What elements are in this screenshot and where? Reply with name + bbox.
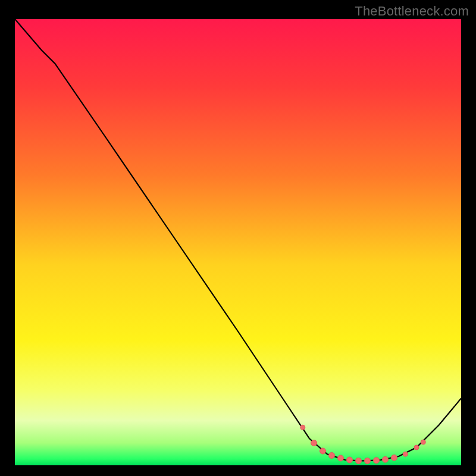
curve-marker — [329, 453, 335, 459]
curve-marker — [403, 452, 408, 456]
bottleneck-chart — [15, 19, 461, 465]
curve-marker — [414, 445, 419, 450]
chart-svg — [15, 19, 461, 465]
curve-marker — [383, 456, 389, 462]
curve-marker — [338, 455, 344, 461]
curve-marker — [311, 440, 317, 446]
curve-marker — [365, 458, 371, 464]
curve-marker — [320, 448, 326, 454]
heat-background — [15, 19, 461, 465]
curve-marker — [347, 457, 353, 463]
curve-marker — [392, 455, 397, 461]
curve-marker — [356, 458, 362, 464]
chart-stage: TheBottleneck.com — [0, 0, 476, 476]
curve-marker — [374, 458, 380, 464]
curve-marker — [300, 425, 305, 430]
curve-marker — [421, 440, 425, 444]
watermark-text: TheBottleneck.com — [355, 4, 469, 19]
